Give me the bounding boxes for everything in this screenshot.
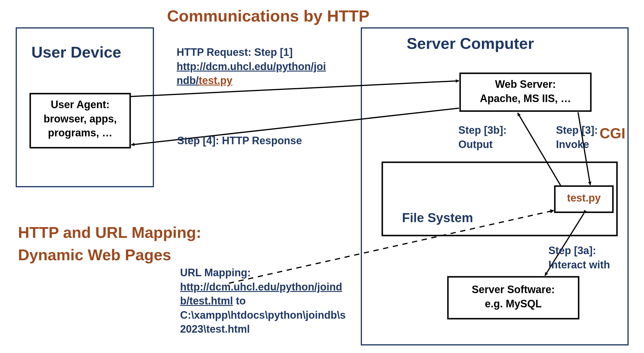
server-software-line1: Server Software: bbox=[448, 283, 579, 297]
step3a-l2: Interact with bbox=[548, 258, 624, 272]
step3b-l1: Step [3b]: bbox=[458, 123, 511, 138]
urlmap-path-a: C:\xampp\htdocs\python\joindb\s bbox=[180, 308, 351, 322]
server-software-line2: e.g. MySQL bbox=[448, 297, 579, 311]
urlmap-head: URL Mapping: bbox=[180, 266, 351, 280]
label-file-system: File System bbox=[402, 211, 473, 225]
svg-line-10 bbox=[518, 113, 561, 186]
web-server-line1: Web Server: bbox=[460, 77, 591, 92]
step3-l1: Step [3]: bbox=[556, 123, 602, 138]
step3b-l2: Output bbox=[458, 138, 511, 152]
step3a-l1: Step [3a]: bbox=[548, 244, 624, 258]
user-agent-line3: programs, … bbox=[30, 126, 130, 140]
user-agent-line1: User Agent: bbox=[30, 98, 130, 112]
urlmap-url-b: b/test.html bbox=[180, 295, 233, 307]
step3-l2: Invoke bbox=[556, 138, 602, 152]
step1-head: HTTP Request: Step [1] bbox=[177, 45, 339, 60]
title-user-device: User Device bbox=[31, 43, 121, 61]
title-server-computer: Server Computer bbox=[407, 34, 534, 52]
step1-url-file: test.py bbox=[199, 74, 232, 86]
http-url-mapping-line2: Dynamic Web Pages bbox=[18, 246, 201, 263]
step1-url-a: http://dcm.uhcl.edu/python/joi bbox=[177, 60, 326, 72]
http-url-mapping-line1: HTTP and URL Mapping: bbox=[18, 224, 201, 241]
label-cgi: CGI bbox=[600, 126, 625, 142]
urlmap-to: to bbox=[233, 295, 246, 307]
user-agent-line2: browser, apps, bbox=[30, 112, 130, 126]
title-communications: Communications by HTTP bbox=[167, 7, 369, 25]
step1-url-b: ndb/ bbox=[177, 74, 199, 86]
urlmap-url-a: http://dcm.uhcl.edu/python/joind bbox=[180, 281, 342, 293]
step4-label: Step [4]: HTTP Response bbox=[177, 134, 302, 148]
web-server-line2: Apache, MS IIS, … bbox=[460, 92, 591, 106]
label-testpy: test.py bbox=[555, 192, 613, 204]
urlmap-path-b: 2023\test.html bbox=[180, 322, 351, 336]
